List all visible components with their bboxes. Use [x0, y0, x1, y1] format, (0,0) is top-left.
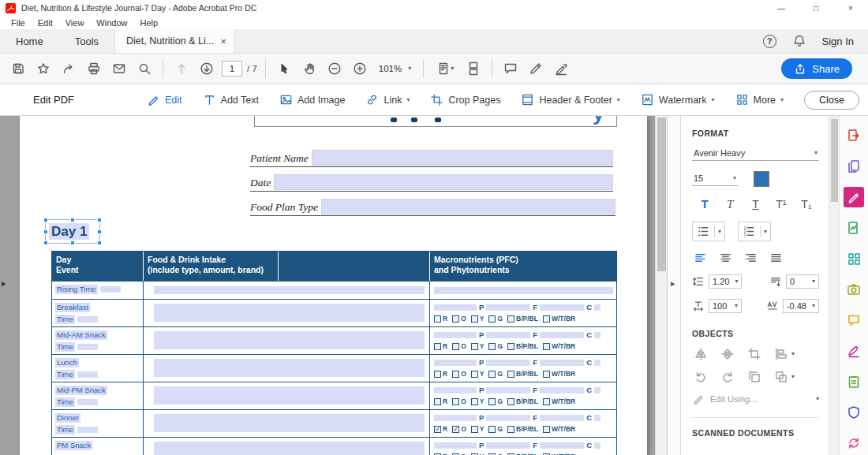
- maximize-button[interactable]: □: [799, 0, 833, 16]
- chevron-down-icon[interactable]: ▾: [760, 226, 770, 237]
- checkbox-breakfast-bpbl[interactable]: [507, 315, 514, 323]
- minimize-button[interactable]: —: [764, 0, 799, 16]
- checkbox-mid-am-snack-y[interactable]: [471, 343, 478, 350]
- tab-home[interactable]: Home: [0, 29, 59, 53]
- share-button[interactable]: Share: [781, 58, 852, 79]
- share-file-button[interactable]: [57, 58, 80, 80]
- previous-page-button[interactable]: [170, 58, 193, 80]
- checkbox-mid-pm-snack-wtbr[interactable]: [543, 398, 550, 405]
- pfc-field-1-dinner[interactable]: [434, 415, 477, 421]
- comment-tool-icon[interactable]: [844, 310, 864, 330]
- event-label-mid-pm-snack[interactable]: Mid-PM Snack: [55, 386, 107, 395]
- close-tab-icon[interactable]: ×: [220, 35, 226, 47]
- pfc-field-1-lunch[interactable]: [434, 360, 477, 366]
- superscript-button[interactable]: T¹: [772, 197, 791, 211]
- page-display-dropdown[interactable]: ▾: [430, 58, 460, 80]
- chevron-down-icon[interactable]: ▾: [714, 226, 724, 237]
- panel-scrollbar[interactable]: [829, 116, 839, 455]
- document-scrollbar[interactable]: [655, 116, 667, 455]
- checkbox-dinner-bpbl[interactable]: [507, 426, 514, 433]
- selection-handle[interactable]: [43, 229, 48, 234]
- print-button[interactable]: [82, 58, 106, 80]
- patient-name-field[interactable]: [312, 150, 613, 166]
- food-intake-field-mid-am-snack[interactable]: [154, 331, 425, 349]
- select-tool-button[interactable]: [272, 58, 296, 80]
- zoom-in-button[interactable]: [348, 58, 372, 80]
- nav-pane-toggle[interactable]: ▸: [2, 278, 6, 289]
- pfc-field-3-lunch[interactable]: [540, 360, 584, 366]
- close-edit-mode-button[interactable]: Close: [804, 91, 859, 110]
- day-title[interactable]: Day 1: [49, 223, 89, 240]
- time-field-mid-pm-snack[interactable]: [77, 399, 98, 405]
- add-image-tool[interactable]: Add Image: [279, 93, 345, 106]
- font-size-select[interactable]: 15 ▾: [692, 172, 738, 186]
- align-right-button[interactable]: [744, 252, 758, 265]
- pfc-field-1-breakfast[interactable]: [434, 304, 477, 311]
- checkbox-mid-am-snack-bpbl[interactable]: [507, 343, 514, 350]
- checkbox-mid-pm-snack-g[interactable]: [488, 398, 496, 405]
- bold-button[interactable]: T: [695, 197, 714, 211]
- character-spacing-select[interactable]: -0.48▾: [766, 299, 819, 313]
- zoom-out-button[interactable]: [323, 58, 346, 80]
- time-label-lunch[interactable]: Time: [55, 370, 75, 379]
- checkbox-breakfast-y[interactable]: [471, 315, 478, 323]
- email-button[interactable]: [107, 58, 131, 80]
- checkbox-mid-am-snack-wtbr[interactable]: [543, 343, 550, 350]
- italic-button[interactable]: T: [720, 197, 739, 211]
- food-intake-field-mid-pm-snack[interactable]: [154, 386, 425, 405]
- group-objects-dropdown[interactable]: ▾: [774, 370, 795, 384]
- save-button[interactable]: [6, 58, 30, 80]
- add-text-tool[interactable]: Add Text: [203, 93, 259, 106]
- send-review-tool-icon[interactable]: [844, 433, 864, 453]
- menu-edit[interactable]: Edit: [32, 18, 59, 28]
- pfc-field-2-breakfast[interactable]: [486, 304, 530, 311]
- pfc-field-2-mid-am-snack[interactable]: [486, 332, 530, 338]
- pfc-field-4-mid-pm-snack[interactable]: [594, 387, 600, 393]
- checkbox-dinner-wtbr[interactable]: [543, 426, 550, 433]
- pfc-field-4-mid-am-snack[interactable]: [594, 332, 600, 338]
- checkbox-lunch-wtbr[interactable]: [543, 371, 550, 378]
- fill-sign-tool-icon[interactable]: [844, 341, 864, 361]
- event-label-pm-snack[interactable]: PM Snack: [55, 441, 92, 450]
- header-footer-tool[interactable]: Header & Footer ▾: [521, 93, 619, 106]
- line-spacing-select[interactable]: 1.20▾: [692, 274, 742, 289]
- selection-handle[interactable]: [70, 218, 75, 222]
- checkbox-lunch-o[interactable]: [452, 371, 459, 378]
- align-justify-button[interactable]: [769, 252, 783, 265]
- numbered-list-dropdown[interactable]: 123 ▾: [738, 222, 771, 241]
- paragraph-spacing-select[interactable]: 0▾: [769, 274, 819, 289]
- time-field-lunch[interactable]: [77, 371, 98, 378]
- time-label-dinner[interactable]: Time: [55, 425, 75, 434]
- rotate-clockwise-button[interactable]: [720, 370, 735, 384]
- checkbox-mid-pm-snack-r[interactable]: [434, 398, 441, 405]
- selection-handle[interactable]: [43, 218, 48, 222]
- pfc-field-3-pm-snack[interactable]: [540, 442, 584, 449]
- comment-tool-button[interactable]: [499, 58, 522, 80]
- time-field-rising-time[interactable]: [100, 286, 121, 293]
- pfc-field-3-mid-pm-snack[interactable]: [540, 387, 584, 393]
- font-family-select[interactable]: Avenir Heavy ▾: [692, 147, 819, 161]
- pfc-field-2-lunch[interactable]: [486, 360, 530, 366]
- selection-handle[interactable]: [97, 218, 102, 222]
- subscript-button[interactable]: T₁: [797, 197, 816, 211]
- food-intake-field-dinner[interactable]: [154, 414, 425, 432]
- menu-view[interactable]: View: [59, 18, 91, 28]
- checkbox-lunch-bpbl[interactable]: [507, 371, 514, 378]
- close-window-button[interactable]: ×: [833, 0, 868, 16]
- hand-tool-button[interactable]: [297, 58, 321, 80]
- export-office-tool-icon[interactable]: [844, 218, 864, 238]
- food-intake-field-lunch[interactable]: [154, 359, 425, 377]
- event-label-dinner[interactable]: Dinner: [55, 413, 80, 423]
- tools-pane-toggle[interactable]: ▸: [671, 278, 675, 289]
- link-tool[interactable]: Link ▾: [365, 93, 410, 106]
- checkbox-mid-pm-snack-y[interactable]: [471, 398, 478, 405]
- create-pdf-tool-icon[interactable]: [844, 156, 864, 177]
- checkbox-mid-pm-snack-bpbl[interactable]: [507, 398, 514, 405]
- checkbox-mid-am-snack-r[interactable]: [434, 343, 441, 350]
- protect-tool-icon[interactable]: [844, 402, 864, 423]
- tab-document[interactable]: Diet, Nutrition & Li... ×: [114, 29, 235, 53]
- checkbox-mid-am-snack-g[interactable]: [488, 343, 496, 350]
- checkbox-dinner-r[interactable]: ✓: [434, 426, 441, 433]
- text-color-swatch[interactable]: [754, 171, 769, 187]
- next-page-button[interactable]: [195, 58, 219, 80]
